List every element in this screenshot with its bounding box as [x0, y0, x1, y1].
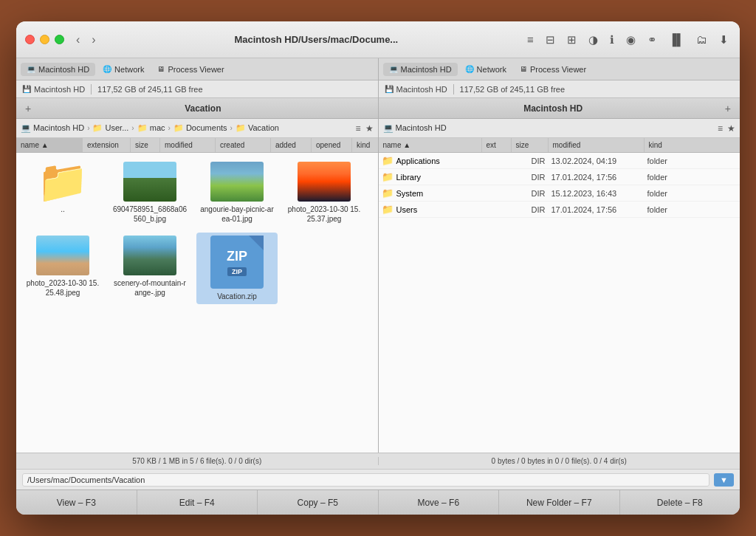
parent-folder-thumb: 📁 [36, 162, 89, 202]
back-button[interactable]: ‹ [73, 32, 83, 48]
breadcrumb-view-btn[interactable]: ≡ [355, 123, 360, 134]
split-icon[interactable]: ▐▌ [667, 31, 687, 48]
minimize-button[interactable] [40, 35, 49, 44]
right-col-ext[interactable]: ext [482, 138, 512, 152]
right-infobar: 💾 Macintosh HD 117,52 GB of 245,11 GB fr… [379, 80, 740, 98]
left-pane-add-btn[interactable]: + [22, 103, 34, 114]
right-disk-icon: 💾 [385, 85, 394, 93]
columns-icon[interactable]: ⊟ [543, 31, 557, 49]
breadcrumb-bookmark-btn[interactable]: ★ [365, 123, 374, 134]
right-macintosh-icon: 💻 [389, 65, 398, 73]
file-row-users[interactable]: 📁 Users DIR 17.01.2024, 17:56 folder [379, 202, 740, 218]
beach-thumb [36, 236, 89, 275]
left-tab-process[interactable]: 🖥 Process Viewer [151, 63, 230, 76]
file-item-beach[interactable]: photo_2023-10-30 15.25.48.jpeg [22, 233, 103, 304]
path-input[interactable] [22, 473, 709, 487]
range-thumb [123, 236, 176, 275]
edit-button[interactable]: Edit – F4 [137, 490, 258, 515]
system-modified: 15.12.2023, 16:43 [551, 189, 647, 198]
right-tab-macintosh[interactable]: 💻 Macintosh HD [383, 63, 458, 76]
breadcrumb-macintosh[interactable]: 💻 Macintosh HD [21, 123, 84, 133]
applications-name: 📁 Applications [382, 155, 478, 166]
col-size[interactable]: size [131, 138, 160, 152]
right-tab-macintosh-label: Macintosh HD [401, 65, 452, 74]
folder-icon[interactable]: 🗂 [694, 31, 709, 48]
applications-modified: 13.02.2024, 04:19 [551, 157, 647, 165]
grid-icon[interactable]: ⊞ [565, 31, 579, 49]
col-added[interactable]: added [271, 138, 312, 152]
breadcrumb-sep-3: › [168, 124, 171, 132]
users-label: Users [396, 205, 418, 214]
path-go-button[interactable]: ▼ [714, 473, 734, 487]
file-item-sunset[interactable]: photo_2023-10-30 15.25.37.jpeg [284, 159, 365, 227]
new-folder-button[interactable]: New Folder – F7 [499, 490, 620, 515]
zip-icon: ZIP ZIP [210, 236, 264, 289]
file-item-range[interactable]: scenery-of-mountain-range-.jpg [109, 233, 190, 304]
breadcrumb-vacation-icon: 📁 [236, 123, 246, 132]
bay-filename: angourie-bay-picnic-area-01.jpg [199, 205, 275, 224]
list-icon[interactable]: ≡ [525, 31, 536, 48]
right-col-name[interactable]: name ▲ [379, 138, 482, 152]
col-opened[interactable]: opened [312, 138, 352, 152]
system-kind: folder [647, 189, 692, 198]
close-button[interactable] [25, 35, 35, 44]
left-breadcrumb: 💻 Macintosh HD › 📁 User... › 📁 mac › 📁 D… [16, 119, 378, 138]
left-pane: 💻 Macintosh HD 🌐 Network 🖥 Process Viewe… [16, 58, 378, 453]
file-row-applications[interactable]: 📁 Applications DIR 13.02.2024, 04:19 fol… [379, 153, 740, 169]
right-process-icon: 🖥 [520, 65, 527, 73]
left-tab-process-label: Process Viewer [168, 65, 224, 74]
settings-icon[interactable]: ⚭ [645, 31, 659, 49]
right-col-size[interactable]: size [512, 138, 549, 152]
network-icon: 🌐 [103, 65, 111, 73]
zip-filename: Vacation.zip [217, 292, 257, 301]
right-breadcrumb-view-btn[interactable]: ≡ [718, 123, 723, 134]
col-name[interactable]: name ▲ [16, 138, 83, 152]
breadcrumb-sep-1: › [87, 124, 89, 132]
right-pane-add-btn[interactable]: + [722, 103, 734, 114]
right-breadcrumb-macintosh[interactable]: 💻 Macintosh HD [383, 123, 447, 133]
file-item-zip[interactable]: ZIP ZIP Vacation.zip [196, 233, 278, 304]
col-modified[interactable]: modified [160, 138, 216, 152]
breadcrumb-vacation[interactable]: 📁 Vacation [236, 123, 279, 133]
col-created[interactable]: created [216, 138, 271, 152]
pathbar: ▼ [16, 469, 740, 489]
view-button[interactable]: View – F3 [16, 490, 137, 515]
toggle-icon[interactable]: ◑ [586, 31, 600, 49]
zip-thumb: ZIP ZIP [210, 236, 264, 289]
delete-button[interactable]: Delete – F8 [620, 490, 740, 515]
breadcrumb-sep-2: › [131, 124, 134, 132]
breadcrumb-documents[interactable]: 📁 Documents [173, 123, 227, 133]
file-item-mountain[interactable]: 6904758951_6868a06560_b.jpg [109, 159, 190, 227]
users-folder-icon: 📁 [382, 204, 394, 215]
left-tab-network-label: Network [114, 65, 144, 74]
right-tab-network[interactable]: 🌐 Network [459, 63, 512, 76]
maximize-button[interactable] [55, 35, 64, 44]
right-col-kind[interactable]: kind [645, 138, 689, 152]
breadcrumb-mac[interactable]: 📁 mac [137, 123, 165, 133]
window-title: Macintosh HD/Users/mac/Docume... [108, 34, 525, 45]
right-col-modified[interactable]: modified [549, 138, 645, 152]
toolbar-icons: ≡ ⊟ ⊞ ◑ ℹ ◉ ⚭ ▐▌ 🗂 ⬇ [525, 31, 731, 49]
file-row-library[interactable]: 📁 Library DIR 17.01.2024, 17:56 folder [379, 169, 740, 185]
left-tab-network[interactable]: 🌐 Network [97, 63, 150, 76]
move-button[interactable]: Move – F6 [379, 490, 500, 515]
breadcrumb-user[interactable]: 📁 User... [92, 123, 128, 133]
file-row-system[interactable]: 📁 System DIR 15.12.2023, 16:43 folder [379, 185, 740, 202]
right-disk-info: 💾 Macintosh HD [385, 85, 447, 94]
download-icon[interactable]: ⬇ [717, 31, 731, 49]
sunset-thumb [298, 162, 351, 202]
right-tab-process[interactable]: 🖥 Process Viewer [514, 63, 592, 76]
forward-button[interactable]: › [89, 32, 98, 48]
copy-button[interactable]: Copy – F5 [258, 490, 379, 515]
file-item-bay[interactable]: angourie-bay-picnic-area-01.jpg [196, 159, 278, 227]
col-kind[interactable]: kind [352, 138, 378, 152]
left-tab-macintosh[interactable]: 💻 Macintosh HD [21, 63, 95, 76]
left-col-headers: name ▲ extension size modified created a… [16, 138, 378, 153]
col-extension[interactable]: extension [83, 138, 131, 152]
preview-icon[interactable]: ◉ [624, 31, 638, 49]
file-item-parent[interactable]: 📁 .. [22, 159, 103, 227]
info-icon[interactable]: ℹ [608, 31, 616, 49]
right-breadcrumb-bookmark-btn[interactable]: ★ [727, 123, 735, 134]
main-window: ‹ › Macintosh HD/Users/mac/Docume... ≡ ⊟… [16, 21, 740, 515]
nav-arrows: ‹ › [73, 32, 99, 48]
